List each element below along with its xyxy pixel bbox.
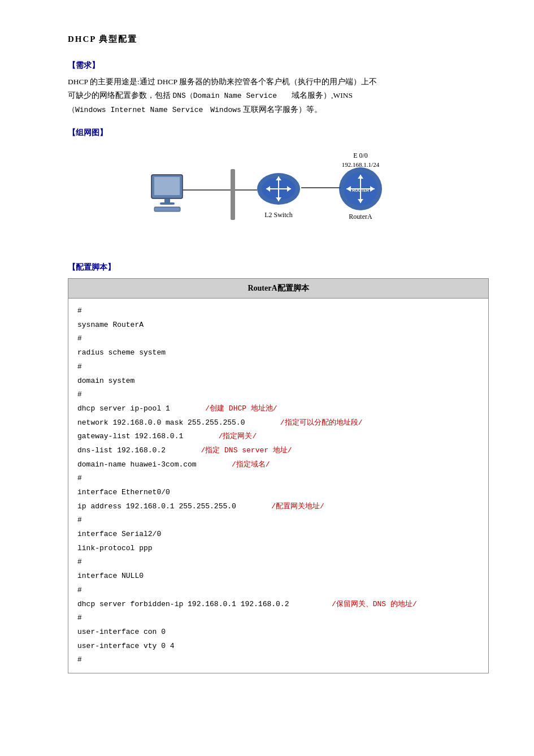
config-line: # [77, 360, 479, 374]
svg-rect-4 [154, 207, 180, 211]
code-text: # [77, 388, 82, 402]
svg-rect-1 [154, 177, 180, 195]
code-text: # [77, 472, 82, 486]
network-diagram-section: 【组网图】 [68, 128, 489, 245]
comment-text: /指定 DNS server 地址/ [166, 444, 292, 458]
comment-text: /配置网关地址/ [236, 500, 324, 514]
code-text: # [77, 332, 82, 346]
config-line: # [77, 388, 479, 402]
config-line: # [77, 555, 479, 569]
requirements-heading: 【需求】 [68, 61, 489, 71]
config-line: sysname RouterA [77, 318, 479, 332]
svg-text:RouterA: RouterA [349, 213, 372, 221]
config-line: interface Serial2/0 [77, 528, 479, 542]
code-text: interface Ethernet0/0 [77, 486, 170, 500]
code-text: # [77, 304, 82, 318]
config-lines-container: #sysname RouterA#radius scheme system#do… [77, 304, 479, 667]
config-line: # [77, 653, 479, 667]
req-line2: 可缺少的网络配置参数，包括 DNS（Domain Name Service 域名… [68, 91, 353, 100]
page-title: DHCP 典型配置 [68, 34, 489, 45]
code-text: # [77, 555, 82, 569]
code-text: dhcp server ip-pool 1 [77, 402, 170, 416]
config-line: # [77, 304, 479, 318]
config-table-title: RouterA配置脚本 [68, 279, 489, 299]
code-text: # [77, 611, 82, 625]
code-text: dns-list 192.168.0.2 [77, 444, 166, 458]
network-diagram-svg: L2 Switch ROUTER [132, 144, 426, 245]
code-text: interface NULL0 [77, 569, 144, 584]
config-line: # [77, 332, 479, 346]
comment-text: /指定可以分配的地址段/ [245, 416, 362, 430]
code-text: domain system [77, 374, 134, 388]
config-line: interface NULL0 [77, 569, 479, 584]
code-text: gateway-list 192.168.0.1 [77, 430, 183, 444]
code-text: # [77, 360, 82, 374]
code-text: ip address 192.168.0.1 255.255.255.0 [77, 500, 236, 514]
code-text: dhcp server forbidden-ip 192.168.0.1 192… [77, 598, 289, 612]
config-line: radius scheme system [77, 346, 479, 360]
switch-icon: L2 Switch [257, 173, 300, 219]
svg-text:L2 Switch: L2 Switch [264, 211, 293, 219]
requirements-text: DHCP 的主要用途是:通过 DHCP 服务器的协助来控管各个客户机（执行中的用… [68, 75, 489, 116]
config-line: link-protocol ppp [77, 542, 479, 556]
code-text: user-interface vty 0 4 [77, 640, 175, 654]
code-text: interface Serial2/0 [77, 528, 161, 542]
code-text: network 192.168.0.0 mask 255.255.255.0 [77, 416, 245, 430]
network-diagram: L2 Switch ROUTER [68, 144, 489, 245]
config-line: user-interface con 0 [77, 625, 479, 640]
code-text: user-interface con 0 [77, 625, 166, 640]
code-text: link-protocol ppp [77, 542, 153, 556]
config-line: dns-list 192.168.0.2 /指定 DNS server 地址/ [77, 444, 479, 458]
pc-icon [151, 175, 183, 211]
config-line: # [77, 513, 479, 528]
config-line: ip address 192.168.0.1 255.255.255.0 /配置… [77, 500, 479, 514]
config-line: domain system [77, 374, 479, 388]
config-line: # [77, 611, 479, 625]
code-text: # [77, 653, 82, 667]
config-line: domain-name huawei-3com.com /指定域名/ [77, 458, 479, 472]
config-heading: 【配置脚本】 [68, 262, 489, 273]
config-body: #sysname RouterA#radius scheme system#do… [68, 299, 489, 673]
svg-rect-2 [164, 198, 170, 203]
config-line: user-interface vty 0 4 [77, 640, 479, 654]
comment-text: /创建 DHCP 地址池/ [170, 402, 277, 416]
code-text: radius scheme system [77, 346, 166, 360]
code-text: # [77, 513, 82, 528]
config-line: interface Ethernet0/0 [77, 486, 479, 500]
req-line1: DHCP 的主要用途是:通过 DHCP 服务器的协助来控管各个客户机（执行中的用… [68, 77, 377, 86]
config-line: dhcp server forbidden-ip 192.168.0.1 192… [77, 598, 479, 612]
network-diagram-heading: 【组网图】 [68, 128, 489, 138]
config-line: # [77, 584, 479, 598]
router-icon: ROUTER E 0/0 192.168.1.1/24 RouterA [339, 152, 382, 221]
req-line3: （Windows Internet Name Service Windows 互… [68, 105, 322, 114]
wall-bar [231, 169, 235, 220]
config-line: dhcp server ip-pool 1 /创建 DHCP 地址池/ [77, 402, 479, 416]
config-line: # [77, 472, 479, 486]
comment-text: /指定网关/ [183, 430, 257, 444]
config-section: 【配置脚本】 RouterA配置脚本 #sysname RouterA#radi… [68, 262, 489, 673]
config-line: network 192.168.0.0 mask 255.255.255.0 /… [77, 416, 479, 430]
code-text: domain-name huawei-3com.com [77, 458, 197, 472]
svg-text:192.168.1.1/24: 192.168.1.1/24 [341, 161, 379, 168]
code-text: # [77, 584, 82, 598]
code-text: sysname RouterA [77, 318, 144, 332]
requirements-section: 【需求】 DHCP 的主要用途是:通过 DHCP 服务器的协助来控管各个客户机（… [68, 61, 489, 116]
svg-text:E 0/0: E 0/0 [353, 152, 368, 159]
config-line: gateway-list 192.168.0.1 /指定网关/ [77, 430, 479, 444]
svg-rect-3 [160, 202, 175, 205]
comment-text: /保留网关、DNS 的地址/ [289, 598, 416, 612]
config-table: RouterA配置脚本 #sysname RouterA#radius sche… [68, 278, 489, 673]
comment-text: /指定域名/ [197, 458, 270, 472]
